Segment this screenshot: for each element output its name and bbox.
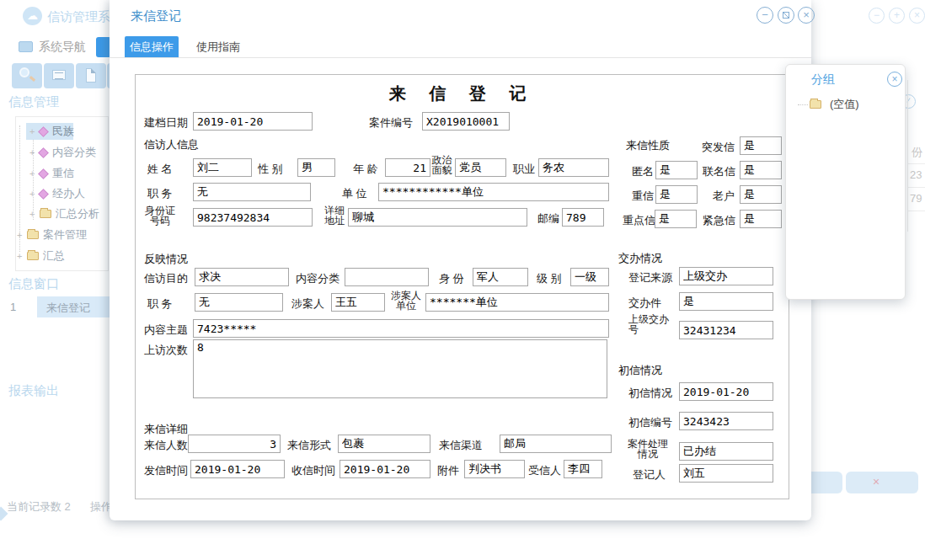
field-label: 身份证号码	[141, 205, 179, 226]
tree-item-huizong[interactable]: + 汇总	[17, 247, 65, 265]
tree-item-anjianguanli[interactable]: + 案件管理	[17, 226, 87, 244]
occupation-input[interactable]	[538, 158, 609, 177]
field-label: 邮编	[537, 211, 559, 227]
purpose-input[interactable]	[195, 268, 289, 286]
first-letter-date-input[interactable]	[679, 382, 773, 401]
toolbar-search-button[interactable]	[12, 63, 42, 88]
category-input[interactable]	[345, 268, 429, 286]
age-input[interactable]	[385, 158, 430, 177]
register-source-input[interactable]	[679, 267, 773, 285]
section-first-letter: 初信情况	[618, 363, 662, 378]
field-label: 涉案人单位	[388, 291, 424, 311]
position-input[interactable]	[193, 183, 311, 201]
id-number-input[interactable]	[193, 208, 313, 227]
tag-icon	[38, 168, 49, 179]
anonymous-input[interactable]	[655, 161, 698, 179]
dialog-restore-icon[interactable]	[778, 7, 794, 24]
printer-icon	[52, 70, 66, 80]
registrar-input[interactable]	[679, 464, 773, 483]
group-panel-title: 分组	[811, 72, 835, 88]
field-label: 来信形式	[287, 438, 331, 453]
section-letter-nature: 来信性质	[626, 138, 670, 153]
field-label: 联名信	[703, 164, 735, 179]
people-count-input[interactable]	[188, 435, 281, 453]
letter-form-input[interactable]	[338, 435, 430, 453]
dialog-minimize-icon[interactable]: −	[757, 7, 773, 24]
involved-person-input[interactable]	[331, 293, 385, 312]
channel-input[interactable]	[500, 435, 612, 453]
field-label: 上级交办号	[628, 314, 677, 334]
visit-count-textarea[interactable]: 8	[193, 339, 607, 398]
attachment-input[interactable]	[464, 460, 525, 478]
section-report-output[interactable]: 报表输出	[8, 383, 59, 399]
group-panel-close-icon[interactable]: ×	[887, 72, 902, 87]
field-label: 建档日期	[144, 115, 188, 131]
field-label: 交办件	[628, 296, 661, 311]
gender-input[interactable]	[297, 158, 335, 177]
expander-icon[interactable]: +	[17, 251, 27, 261]
unit-input[interactable]	[378, 183, 609, 201]
zip-input[interactable]	[562, 208, 604, 227]
field-label: 匿名	[628, 164, 654, 179]
superior-no-input[interactable]	[679, 321, 773, 339]
section-info-window[interactable]: 信息窗口	[8, 276, 59, 292]
send-date-input[interactable]	[190, 460, 285, 478]
field-label: 上访次数	[144, 343, 188, 358]
subject-input[interactable]	[193, 319, 609, 338]
involved-unit-input[interactable]	[425, 293, 609, 312]
tab-info-operation[interactable]: 信息操作	[125, 36, 179, 57]
field-label: 级 别	[537, 271, 562, 286]
sudden-letter-input[interactable]	[740, 136, 782, 155]
tree-item-huizongfenxi[interactable]: + 汇总分析	[29, 205, 99, 223]
recipient-input[interactable]	[564, 460, 602, 478]
tree-guide-line	[798, 104, 808, 105]
tree-item-jingbanren[interactable]: + 经办人	[29, 184, 85, 203]
expander-icon[interactable]: +	[29, 209, 40, 219]
assigned-input[interactable]	[679, 292, 773, 311]
dialog-close-icon[interactable]: ×	[798, 7, 815, 24]
main-close-icon[interactable]: ×	[909, 8, 925, 24]
repeat-letter-input[interactable]	[655, 185, 698, 204]
bg-close-button[interactable]	[846, 472, 918, 493]
joint-letter-input[interactable]	[740, 161, 782, 179]
file-date-input[interactable]	[193, 112, 313, 131]
section-info-management[interactable]: 信息管理	[8, 94, 59, 110]
form-title: 来 信 登 记	[136, 83, 789, 105]
old-user-input[interactable]	[740, 185, 782, 204]
key-letter-input[interactable]	[655, 210, 697, 228]
tag-icon	[38, 126, 49, 137]
toolbar-document-button[interactable]	[76, 63, 106, 88]
divider	[907, 80, 908, 232]
main-minimize-icon[interactable]: −	[869, 8, 885, 24]
field-label: 收信时间	[291, 463, 335, 478]
first-letter-no-input[interactable]	[679, 412, 773, 430]
field-label: 登记来源	[628, 270, 672, 285]
tab-user-guide[interactable]: 使用指南	[190, 36, 246, 57]
level-input[interactable]	[570, 268, 609, 286]
main-maximize-icon[interactable]: +	[889, 8, 905, 24]
identity-input[interactable]	[473, 268, 528, 286]
name-input[interactable]	[193, 158, 252, 177]
case-status-input[interactable]	[679, 442, 773, 461]
app-logo-cloud-icon: ☁	[23, 7, 42, 25]
field-label: 职 务	[147, 186, 173, 201]
toolbar-print-button[interactable]	[44, 63, 74, 88]
section-petitioner: 信访人信息	[144, 137, 199, 152]
receive-date-input[interactable]	[340, 460, 430, 478]
nav-square-icon	[19, 41, 33, 52]
tree-item-minzu[interactable]: + 民族	[29, 122, 74, 141]
letter-registration-dialog: 来信登记 − × 信息操作 使用指南 来 信 登 记 建档日期 案件编号 信访人…	[110, 0, 811, 520]
group-tree-item[interactable]: (空值)	[798, 97, 859, 112]
position2-input[interactable]	[195, 293, 283, 312]
tree-item-zhongxin[interactable]: + 重信	[29, 164, 74, 183]
case-no-input[interactable]	[422, 112, 510, 131]
urgent-letter-input[interactable]	[740, 210, 782, 228]
political-input[interactable]	[455, 158, 506, 177]
info-window-row-label[interactable]: 来信登记	[46, 301, 90, 316]
address-input[interactable]	[348, 208, 527, 227]
section-reflect: 反映情况	[144, 252, 188, 267]
nav-item-system-nav[interactable]: 系统导航	[39, 40, 86, 55]
expander-icon[interactable]: +	[17, 230, 27, 240]
field-label: 姓 名	[147, 162, 173, 177]
tree-item-neirongfenlei[interactable]: + 内容分类	[29, 143, 96, 162]
